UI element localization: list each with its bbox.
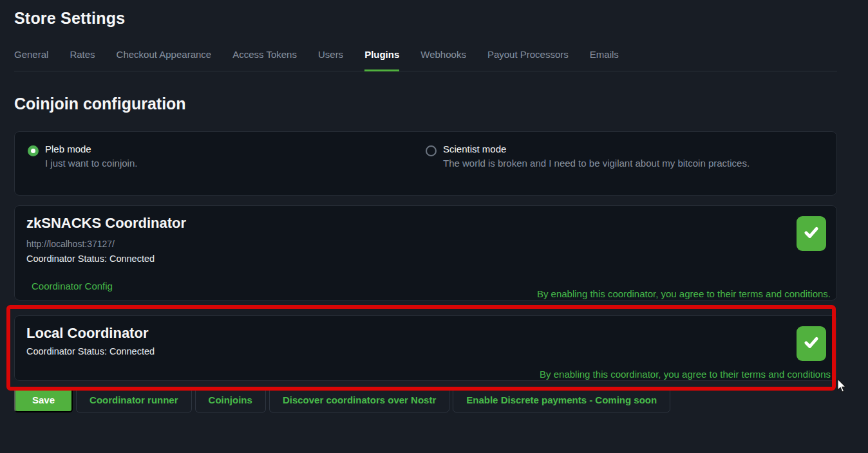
- store-settings-page: Store Settings General Rates Checkout Ap…: [0, 0, 868, 412]
- tab-access-tokens[interactable]: Access Tokens: [232, 49, 297, 71]
- tab-payout-processors[interactable]: Payout Processors: [487, 49, 569, 71]
- zksnacks-coordinator-card: zkSNACKS Coordinator http://localhost:37…: [14, 205, 837, 300]
- coordinator-name: Local Coordinator: [26, 325, 825, 342]
- tab-rates[interactable]: Rates: [70, 49, 95, 71]
- tab-users[interactable]: Users: [318, 49, 343, 71]
- page-title: Store Settings: [14, 9, 837, 28]
- save-button[interactable]: Save: [14, 387, 73, 412]
- scientist-mode-description: The world is broken and I need to be vig…: [443, 158, 750, 169]
- coordinator-enabled-checkbox[interactable]: [797, 326, 826, 361]
- coordinator-enabled-checkbox[interactable]: [797, 216, 826, 251]
- tab-plugins[interactable]: Plugins: [364, 49, 399, 71]
- mode-selection-card: Pleb mode I just want to coinjoin. Scien…: [14, 131, 837, 196]
- coordinator-terms-text: By enabling this coordinator, you agree …: [537, 288, 831, 299]
- tab-checkout-appearance[interactable]: Checkout Appearance: [117, 49, 212, 71]
- check-icon: [803, 334, 820, 353]
- settings-tabs: General Rates Checkout Appearance Access…: [14, 49, 837, 71]
- coordinator-url: http://localhost:37127/: [26, 239, 825, 249]
- local-coordinator-card: Local Coordinator Coordinator Status: Co…: [14, 315, 837, 381]
- enable-discrete-payments-button[interactable]: Enable Discrete payments - Coming soon: [453, 387, 670, 412]
- coinjoin-configuration-heading: Coinjoin configuration: [14, 95, 837, 113]
- coordinator-terms-text: By enabling this coordinator, you agree …: [540, 369, 831, 380]
- tab-webhooks[interactable]: Webhooks: [420, 49, 466, 71]
- discover-coordinators-nostr-button[interactable]: Discover coordinators over Nostr: [269, 387, 449, 412]
- pleb-mode-option[interactable]: Pleb mode I just want to coinjoin.: [28, 143, 426, 183]
- scientist-mode-radio[interactable]: [426, 145, 437, 156]
- coordinator-status: Coordinator Status: Connected: [26, 254, 825, 264]
- check-icon: [803, 224, 820, 243]
- pleb-mode-description: I just want to coinjoin.: [45, 158, 137, 169]
- coinjoins-button[interactable]: Coinjoins: [195, 387, 266, 412]
- tab-general[interactable]: General: [14, 49, 48, 71]
- coordinator-runner-button[interactable]: Coordinator runner: [76, 387, 192, 412]
- scientist-mode-option[interactable]: Scientist mode The world is broken and I…: [426, 143, 824, 183]
- tab-emails[interactable]: Emails: [590, 49, 619, 71]
- footer-actions: Save Coordinator runner Coinjoins Discov…: [14, 387, 837, 412]
- local-coordinator-section: Local Coordinator Coordinator Status: Co…: [14, 315, 837, 381]
- coordinator-config-link[interactable]: Coordinator Config: [32, 281, 113, 291]
- coordinator-status: Coordinator Status: Connected: [26, 346, 825, 356]
- scientist-mode-label: Scientist mode: [443, 143, 750, 154]
- pleb-mode-radio[interactable]: [28, 145, 39, 156]
- pleb-mode-label: Pleb mode: [45, 143, 137, 154]
- coordinator-name: zkSNACKS Coordinator: [26, 215, 825, 232]
